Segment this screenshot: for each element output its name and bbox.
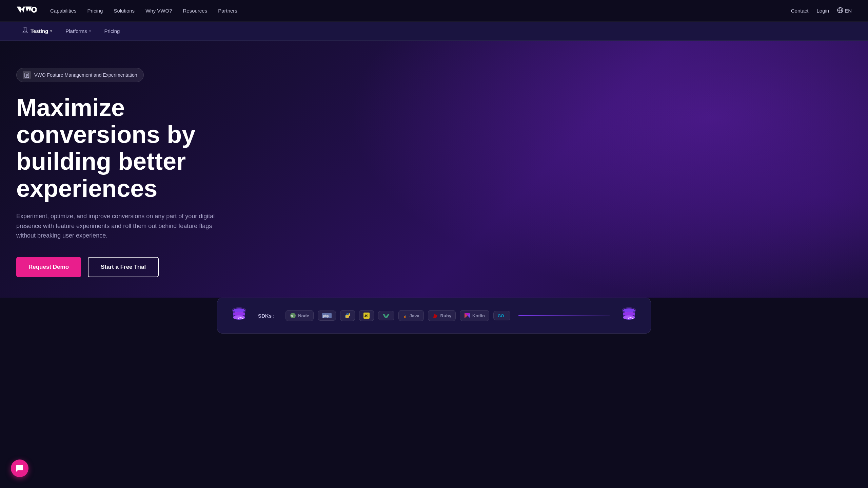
sdk-db-right: VWO: [618, 305, 640, 326]
hero-section: VWO Feature Management and Experimentati…: [0, 41, 868, 298]
svg-text:N: N: [291, 315, 293, 318]
contact-link[interactable]: Contact: [791, 8, 809, 14]
database-icon-left: VWO: [231, 307, 247, 324]
nav-pricing[interactable]: Pricing: [87, 8, 103, 14]
sdk-nodejs: N Node: [285, 310, 314, 321]
sdk-kotlin: Kotlin: [460, 310, 489, 321]
hero-badge: VWO Feature Management and Experimentati…: [16, 68, 144, 82]
top-nav-right: Contact Login EN: [791, 7, 852, 14]
sdk-progress-bar: [518, 315, 610, 316]
bottom-section: VWO SDKs : N Node php JS: [0, 298, 868, 347]
hero-title: Maximize conversions by building better …: [16, 94, 274, 202]
sub-nav: Testing ▾ Platforms ▾ Pricing: [0, 22, 868, 41]
start-free-trial-button[interactable]: Start a Free Trial: [88, 257, 159, 277]
subnav-pricing-label: Pricing: [104, 28, 120, 34]
vwo-logo[interactable]: [16, 5, 37, 17]
sdk-python: [340, 310, 355, 321]
sdk-nuxt: [378, 311, 394, 320]
flask-icon: [22, 27, 28, 35]
database-icon-right: VWO: [621, 307, 637, 324]
subnav-testing-label: Testing: [31, 28, 48, 34]
svg-point-6: [25, 31, 26, 32]
chat-icon: [16, 464, 24, 472]
globe-icon: [837, 7, 843, 14]
sdk-php: php: [318, 311, 336, 321]
hero-subtitle: Experiment, optimize, and improve conver…: [16, 211, 226, 241]
sdk-java: Java: [398, 310, 424, 321]
sdk-js: JS: [359, 310, 374, 321]
svg-point-11: [233, 308, 245, 313]
sdk-label: SDKs :: [258, 313, 275, 319]
subnav-platforms[interactable]: Platforms ▾: [60, 25, 96, 37]
nav-partners[interactable]: Partners: [218, 8, 237, 14]
badge-icon: [23, 71, 31, 79]
login-link[interactable]: Login: [816, 8, 829, 14]
subnav-testing[interactable]: Testing ▾: [16, 24, 57, 38]
sdk-go: GO: [493, 311, 510, 320]
svg-text:VWO: VWO: [238, 317, 244, 319]
chevron-down-icon: ▾: [50, 29, 52, 33]
sdk-logos: N Node php JS Java Ruby: [285, 310, 510, 321]
subnav-platforms-label: Platforms: [65, 28, 87, 34]
nav-solutions[interactable]: Solutions: [114, 8, 135, 14]
svg-text:VWO: VWO: [628, 317, 634, 319]
svg-point-5: [24, 32, 24, 32]
svg-text:php: php: [323, 314, 329, 318]
top-nav-items: Capabilities Pricing Solutions Why VWO? …: [50, 8, 237, 14]
svg-text:JS: JS: [364, 314, 369, 318]
nav-resources[interactable]: Resources: [183, 8, 207, 14]
subnav-pricing[interactable]: Pricing: [99, 25, 125, 37]
lang-label: EN: [845, 8, 852, 14]
sdk-db-left: VWO: [228, 305, 250, 326]
hero-badge-text: VWO Feature Management and Experimentati…: [34, 72, 137, 78]
sdk-card: VWO SDKs : N Node php JS: [217, 298, 651, 334]
top-nav: Capabilities Pricing Solutions Why VWO? …: [0, 0, 868, 22]
top-nav-left: Capabilities Pricing Solutions Why VWO? …: [16, 5, 237, 17]
sdk-ruby: Ruby: [428, 310, 456, 321]
hero-buttons: Request Demo Start a Free Trial: [16, 257, 852, 277]
svg-point-26: [623, 308, 635, 313]
nav-capabilities[interactable]: Capabilities: [50, 8, 77, 14]
svg-text:GO: GO: [498, 314, 504, 318]
nav-why-vwo[interactable]: Why VWO?: [145, 8, 172, 14]
chat-bubble[interactable]: [11, 459, 28, 477]
chevron-down-icon-2: ▾: [89, 29, 91, 33]
language-selector[interactable]: EN: [837, 7, 852, 14]
request-demo-button[interactable]: Request Demo: [16, 257, 81, 277]
